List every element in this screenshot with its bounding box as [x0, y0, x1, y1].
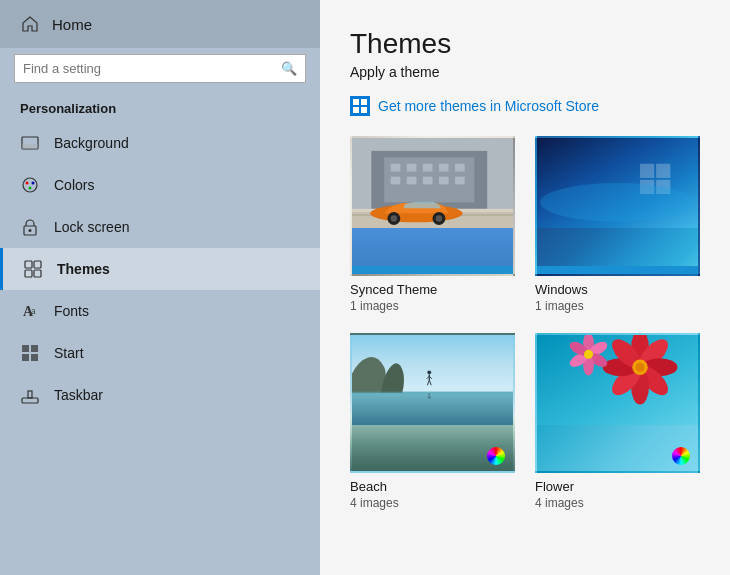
sidebar-item-fonts[interactable]: A a Fonts	[0, 290, 320, 332]
sidebar-home-button[interactable]: Home	[0, 0, 320, 48]
home-icon	[20, 14, 40, 34]
store-link[interactable]: Get more themes in Microsoft Store	[350, 96, 700, 116]
store-link-label: Get more themes in Microsoft Store	[378, 98, 599, 114]
page-subtitle: Apply a theme	[350, 64, 700, 80]
svg-rect-10	[25, 270, 32, 277]
svg-point-60	[427, 396, 431, 398]
sidebar-item-start[interactable]: Start	[0, 332, 320, 374]
main-content: Themes Apply a theme Get more themes in …	[320, 0, 730, 575]
themes-grid: Synced Theme 1 images	[350, 136, 700, 510]
svg-point-72	[636, 363, 645, 372]
svg-rect-8	[25, 261, 32, 268]
sidebar-item-themes[interactable]: Themes	[0, 248, 320, 290]
sidebar-item-background[interactable]: Background	[0, 122, 320, 164]
svg-rect-36	[455, 177, 465, 185]
svg-rect-18	[22, 398, 38, 403]
colors-label: Colors	[54, 177, 94, 193]
color-wheel-beach	[487, 447, 505, 465]
background-icon	[20, 133, 40, 153]
svg-rect-11	[34, 270, 41, 277]
svg-rect-28	[407, 164, 417, 172]
svg-point-50	[540, 183, 695, 222]
synced-theme-count: 1 images	[350, 299, 515, 313]
taskbar-label: Taskbar	[54, 387, 103, 403]
svg-point-7	[29, 229, 32, 232]
theme-card-windows[interactable]: Windows 1 images	[535, 136, 700, 313]
theme-card-beach[interactable]: Beach 4 images	[350, 333, 515, 510]
lock-screen-label: Lock screen	[54, 219, 129, 235]
store-icon	[350, 96, 370, 116]
svg-rect-17	[31, 354, 38, 361]
fonts-icon: A a	[20, 301, 40, 321]
svg-rect-9	[34, 261, 41, 268]
svg-point-42	[391, 215, 397, 221]
svg-point-5	[29, 187, 32, 190]
windows-theme-count: 1 images	[535, 299, 700, 313]
svg-rect-33	[407, 177, 417, 185]
svg-rect-35	[439, 177, 449, 185]
sidebar-item-colors[interactable]: Colors	[0, 164, 320, 206]
svg-rect-20	[353, 99, 359, 105]
svg-point-54	[427, 370, 431, 374]
windows-theme-name: Windows	[535, 282, 700, 297]
lock-screen-icon	[20, 217, 40, 237]
start-label: Start	[54, 345, 84, 361]
svg-rect-46	[640, 164, 654, 178]
svg-rect-23	[361, 107, 367, 113]
svg-rect-47	[656, 164, 670, 178]
synced-thumb	[350, 136, 515, 276]
svg-rect-27	[391, 164, 401, 172]
synced-theme-name: Synced Theme	[350, 282, 515, 297]
svg-rect-15	[31, 345, 38, 352]
svg-rect-22	[353, 107, 359, 113]
flower-thumb	[535, 333, 700, 473]
search-button[interactable]: 🔍	[273, 55, 305, 82]
svg-rect-32	[391, 177, 401, 185]
flower-theme-name: Flower	[535, 479, 700, 494]
svg-rect-16	[22, 354, 29, 361]
section-label: Personalization	[0, 93, 320, 122]
theme-card-synced[interactable]: Synced Theme 1 images	[350, 136, 515, 313]
svg-rect-29	[423, 164, 433, 172]
svg-rect-21	[361, 99, 367, 105]
beach-theme-name: Beach	[350, 479, 515, 494]
svg-point-3	[26, 182, 29, 185]
svg-rect-52	[352, 392, 513, 425]
svg-point-2	[23, 178, 37, 192]
background-label: Background	[54, 135, 129, 151]
flower-theme-count: 4 images	[535, 496, 700, 510]
search-input[interactable]	[15, 55, 273, 82]
search-box: 🔍	[14, 54, 306, 83]
svg-rect-30	[439, 164, 449, 172]
colors-icon	[20, 175, 40, 195]
page-title: Themes	[350, 28, 700, 60]
sidebar: Home 🔍 Personalization Background Colors	[0, 0, 320, 575]
sidebar-item-taskbar[interactable]: Taskbar	[0, 374, 320, 416]
fonts-label: Fonts	[54, 303, 89, 319]
beach-theme-count: 4 images	[350, 496, 515, 510]
svg-rect-53	[352, 392, 513, 395]
theme-card-flower[interactable]: Flower 4 images	[535, 333, 700, 510]
windows-thumb	[535, 136, 700, 276]
start-icon	[20, 343, 40, 363]
svg-rect-19	[28, 391, 32, 398]
svg-rect-14	[22, 345, 29, 352]
svg-point-44	[436, 215, 442, 221]
svg-point-79	[584, 350, 593, 359]
svg-rect-31	[455, 164, 465, 172]
themes-label: Themes	[57, 261, 110, 277]
svg-text:a: a	[31, 305, 36, 316]
svg-point-4	[32, 182, 35, 185]
home-label: Home	[52, 16, 92, 33]
taskbar-icon	[20, 385, 40, 405]
sidebar-item-lock-screen[interactable]: Lock screen	[0, 206, 320, 248]
themes-icon	[23, 259, 43, 279]
beach-thumb	[350, 333, 515, 473]
svg-rect-1	[22, 144, 38, 149]
svg-rect-34	[423, 177, 433, 185]
color-wheel-flower	[672, 447, 690, 465]
